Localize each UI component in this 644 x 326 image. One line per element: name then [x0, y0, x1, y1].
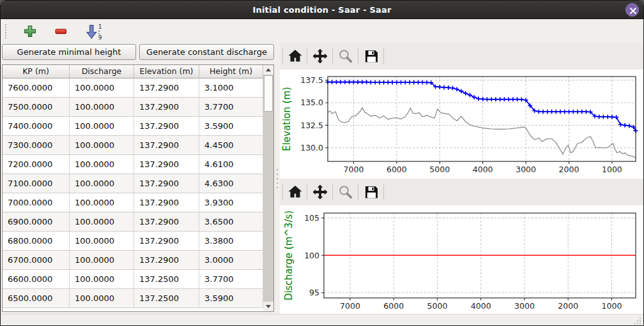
table-row[interactable]: 7600.0000100.0000137.29003.1000 — [3, 78, 263, 98]
zoom-button[interactable] — [337, 48, 354, 64]
table-cell[interactable]: 100.0000 — [70, 251, 134, 270]
table-row[interactable]: 7300.0000100.0000137.29004.4500 — [3, 136, 263, 155]
save-icon — [363, 48, 379, 64]
table-row[interactable]: 7200.0000100.0000137.29004.6100 — [3, 155, 263, 174]
svg-text:130.0: 130.0 — [300, 143, 323, 152]
table-cell[interactable]: 7000.0000 — [3, 193, 70, 212]
scroll-thumb[interactable] — [264, 75, 273, 112]
table-cell[interactable]: 100.0000 — [70, 174, 134, 193]
table-cell[interactable]: 137.2900 — [134, 98, 199, 117]
titlebar[interactable]: Initial condition - Saar - Saar — [1, 1, 643, 19]
generate-minimal-height-button[interactable]: Generate minimal height — [2, 44, 136, 60]
table-cell[interactable]: 7300.0000 — [3, 136, 70, 155]
table-cell[interactable]: 100.0000 — [70, 270, 134, 289]
scroll-down-button[interactable] — [263, 302, 273, 311]
sort-button[interactable]: 1 9 — [85, 24, 103, 39]
table-cell[interactable]: 100.0000 — [70, 289, 134, 308]
table-cell[interactable]: 6800.0000 — [3, 232, 70, 251]
table-cell[interactable]: 137.2900 — [134, 174, 199, 193]
table-cell[interactable]: 137.2900 — [134, 193, 199, 212]
splitter-handle — [275, 168, 279, 191]
table-cell[interactable]: 7100.0000 — [3, 174, 70, 193]
table-cell[interactable]: 137.2900 — [134, 212, 199, 232]
table-row[interactable]: 6800.0000100.0000137.29003.3800 — [3, 232, 263, 251]
column-header-elevation[interactable]: Elevation (m) — [134, 65, 199, 78]
table-cell[interactable]: 4.4500 — [199, 136, 263, 155]
table-cell[interactable]: 3.3800 — [199, 232, 263, 251]
table-cell[interactable]: 3.1000 — [199, 78, 263, 98]
pan-button[interactable] — [312, 184, 328, 200]
scroll-up-button[interactable] — [263, 65, 273, 75]
table-cell[interactable]: 3.7700 — [199, 98, 263, 117]
table-cell[interactable]: 100.0000 — [70, 98, 134, 117]
table-cell[interactable]: 100.0000 — [70, 212, 134, 232]
table-cell[interactable]: 7400.0000 — [3, 117, 70, 136]
table-cell[interactable]: 137.2900 — [134, 155, 199, 174]
table-cell[interactable]: 137.2900 — [134, 117, 199, 136]
close-icon — [629, 7, 637, 15]
table-cell[interactable]: 137.2900 — [134, 251, 199, 270]
table-cell[interactable]: 3.0000 — [199, 251, 263, 270]
window-title: Initial condition - Saar - Saar — [1, 1, 643, 19]
table-cell[interactable]: 7600.0000 — [3, 78, 70, 98]
table-row[interactable]: 7500.0000100.0000137.29003.7700 — [3, 98, 263, 117]
table-cell[interactable]: 137.2900 — [134, 232, 199, 251]
table-row[interactable]: 6600.0000100.0000137.25003.7700 — [3, 270, 263, 289]
table-cell[interactable]: 100.0000 — [70, 117, 134, 136]
table-cell[interactable]: 100.0000 — [70, 232, 134, 251]
home-button[interactable] — [287, 48, 303, 64]
resize-grip[interactable] — [633, 316, 641, 325]
table-cell[interactable]: 100.0000 — [70, 136, 134, 155]
svg-text:9: 9 — [98, 34, 102, 40]
toolbar-drag-handle[interactable] — [3, 24, 8, 39]
column-header-discharge[interactable]: Discharge (m³/s) — [70, 65, 134, 78]
table-row[interactable]: 7000.0000100.0000137.29003.9300 — [3, 193, 263, 212]
minus-icon — [53, 24, 68, 39]
svg-text:3000: 3000 — [516, 165, 536, 174]
add-row-button[interactable] — [22, 24, 38, 39]
table-cell[interactable]: 3.5900 — [199, 289, 263, 308]
table-cell[interactable]: 137.2500 — [134, 289, 199, 308]
pane-splitter[interactable] — [275, 43, 280, 314]
table-cell[interactable]: 137.2900 — [134, 136, 199, 155]
table-cell[interactable]: 3.9300 — [199, 193, 263, 212]
save-button[interactable] — [363, 48, 379, 64]
table-cell[interactable]: 4.6300 — [199, 174, 263, 193]
table-cell[interactable]: 137.2500 — [134, 270, 199, 289]
table-cell[interactable]: 6900.0000 — [3, 212, 70, 232]
table-cell[interactable]: 137.2900 — [134, 78, 199, 98]
table-cell[interactable]: 7500.0000 — [3, 98, 70, 117]
svg-text:105: 105 — [304, 213, 319, 223]
table-row[interactable]: 7100.0000100.0000137.29004.6300 — [3, 174, 263, 193]
column-header-height[interactable]: Height (m) — [199, 65, 263, 78]
table-cell[interactable]: 100.0000 — [70, 193, 134, 212]
table-cell[interactable]: 7200.0000 — [3, 155, 70, 174]
table-row[interactable]: 6900.0000100.0000137.29003.6500 — [3, 212, 263, 232]
pan-button[interactable] — [312, 48, 328, 64]
home-button[interactable] — [287, 184, 303, 200]
table-cell[interactable]: 6500.0000 — [3, 289, 70, 308]
table-cell[interactable]: 6700.0000 — [3, 251, 70, 270]
zoom-button[interactable] — [337, 184, 354, 200]
table-cell[interactable]: 100.0000 — [70, 155, 134, 174]
table-cell[interactable]: 6600.0000 — [3, 270, 70, 289]
close-button[interactable] — [625, 3, 639, 17]
table-cell[interactable]: 3.5900 — [199, 117, 263, 136]
table-cell[interactable]: 3.6500 — [199, 212, 263, 232]
sort-ascending-icon: 1 9 — [85, 24, 103, 40]
window: Initial condition - Saar - Saar — [0, 0, 644, 326]
table-row[interactable]: 7400.0000100.0000137.29003.5900 — [3, 117, 263, 136]
generate-constant-discharge-button[interactable]: Generate constant discharge — [139, 44, 274, 60]
save-button[interactable] — [363, 184, 379, 200]
column-header-kp[interactable]: KP (m) — [3, 65, 70, 78]
table-row[interactable]: 6700.0000100.0000137.29003.0000 — [3, 251, 263, 270]
table-cell[interactable]: 3.7700 — [199, 270, 263, 289]
remove-row-button[interactable] — [53, 24, 68, 39]
table-scrollbar[interactable] — [263, 65, 273, 311]
table-cell[interactable]: 4.6100 — [199, 155, 263, 174]
table-cell[interactable]: 100.0000 — [70, 78, 134, 98]
table-row[interactable]: 6500.0000100.0000137.25003.5900 — [3, 289, 263, 308]
save-icon — [363, 184, 379, 200]
plus-icon — [22, 24, 38, 39]
riverbed-line — [328, 108, 636, 158]
